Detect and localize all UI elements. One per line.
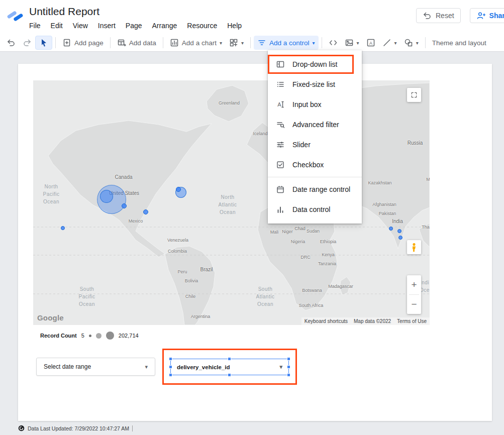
add-page-button[interactable]: Add page bbox=[59, 36, 107, 50]
chevron-down-icon: ▾ bbox=[279, 364, 282, 370]
add-control-label: Add a control bbox=[269, 39, 310, 47]
insert-text-button[interactable]: A bbox=[363, 36, 379, 50]
zoom-out-button[interactable]: − bbox=[407, 295, 421, 314]
country-label: Sudan bbox=[307, 229, 320, 234]
fullscreen-icon bbox=[411, 91, 418, 98]
theme-layout-label: Theme and layout bbox=[432, 39, 486, 47]
country-label: Kazakhstan bbox=[368, 180, 391, 185]
data-studio-logo[interactable] bbox=[7, 8, 23, 26]
fixed-size-list-icon bbox=[276, 80, 285, 89]
country-label: Peru bbox=[177, 269, 187, 274]
chevron-down-icon: ▾ bbox=[145, 364, 148, 370]
insert-image-button[interactable]: ▾ bbox=[341, 36, 363, 50]
terms-of-use-link[interactable]: Terms of Use bbox=[394, 318, 430, 324]
menu-item-fixed-size-list[interactable]: Fixed-size list bbox=[268, 74, 362, 94]
add-control-menu: Drop-down listFixed-size listAInput boxA… bbox=[268, 50, 362, 224]
geo-map-chart[interactable]: North Pacific OceanNorth Atlantic OceanS… bbox=[33, 80, 430, 325]
menu-item-advanced-filter[interactable]: Advanced filter bbox=[268, 115, 362, 135]
vehicle-dropdown-control[interactable]: delivery_vehicle_id ▾ bbox=[170, 359, 289, 375]
zoom-in-button[interactable]: + bbox=[407, 275, 421, 294]
control-menu-group1: Drop-down listFixed-size listAInput boxA… bbox=[268, 54, 362, 175]
insert-line-button[interactable]: ▾ bbox=[379, 36, 400, 50]
selection-handle[interactable] bbox=[287, 365, 290, 369]
ocean-label: South Pacific Ocean bbox=[79, 285, 95, 308]
add-data-label: Add data bbox=[129, 39, 156, 47]
map-bubble bbox=[143, 209, 148, 214]
checkbox-icon bbox=[276, 160, 285, 169]
selection-handle[interactable] bbox=[169, 365, 172, 369]
menu-item-slider[interactable]: Slider bbox=[268, 135, 362, 155]
country-label: Chile bbox=[185, 294, 196, 299]
fullscreen-button[interactable] bbox=[407, 88, 421, 102]
menu-item-drop-down-list[interactable]: Drop-down list bbox=[268, 54, 362, 74]
legend-bubble-small bbox=[89, 335, 91, 337]
data-control-icon bbox=[276, 205, 285, 214]
undo-button[interactable] bbox=[3, 36, 19, 50]
menu-arrange[interactable]: Arrange bbox=[147, 20, 182, 31]
country-label: M bbox=[426, 177, 430, 182]
toolbar-divider bbox=[55, 37, 56, 48]
legend-bubble-large bbox=[106, 332, 114, 340]
country-label: Ethiopia bbox=[320, 239, 337, 244]
add-control-button[interactable]: Add a control ▾ bbox=[254, 36, 319, 50]
add-chart-button[interactable]: Add a chart ▾ bbox=[166, 36, 226, 50]
menu-help[interactable]: Help bbox=[222, 20, 247, 31]
date-range-control[interactable]: Select date range ▾ bbox=[36, 358, 155, 376]
map-bubble bbox=[389, 227, 393, 231]
keyboard-shortcuts-link[interactable]: Keyboard shortcuts bbox=[301, 318, 351, 324]
chevron-down-icon: ▾ bbox=[357, 40, 359, 46]
ocean-label: Indi Oce bbox=[420, 279, 430, 294]
theme-layout-button[interactable]: Theme and layout bbox=[429, 36, 490, 50]
toolbar-divider bbox=[250, 37, 251, 48]
chevron-down-icon: ▾ bbox=[394, 40, 397, 46]
looker-studio-app: Untitled Report FileEditViewInsertPageAr… bbox=[0, 0, 504, 435]
menu-item-date-range-control[interactable]: Date range control bbox=[268, 179, 362, 199]
menu-page[interactable]: Page bbox=[121, 20, 147, 31]
svg-text:A: A bbox=[369, 41, 372, 46]
report-canvas[interactable]: North Pacific OceanNorth Atlantic OceanS… bbox=[18, 64, 492, 421]
map-bubble bbox=[100, 190, 113, 203]
add-page-label: Add page bbox=[74, 39, 104, 47]
share-button[interactable]: Share bbox=[470, 8, 504, 23]
reset-button[interactable]: Reset bbox=[416, 8, 461, 23]
menu-insert[interactable]: Insert bbox=[93, 20, 121, 31]
selection-handle[interactable] bbox=[287, 357, 290, 361]
status-divider bbox=[132, 425, 133, 431]
menu-item-checkbox[interactable]: Checkbox bbox=[268, 155, 362, 175]
header-actions: Reset Share bbox=[416, 8, 504, 23]
redo-icon bbox=[23, 38, 32, 47]
embed-button[interactable] bbox=[325, 36, 341, 50]
country-label: Chad bbox=[294, 226, 306, 231]
country-label: Canada bbox=[115, 174, 132, 180]
menu-edit[interactable]: Edit bbox=[46, 20, 68, 31]
menu-item-label: Fixed-size list bbox=[292, 80, 335, 88]
status-bar: Data Last Updated: 7/29/2022 10:47:27 AM bbox=[18, 425, 133, 431]
undo-icon bbox=[7, 38, 16, 47]
chevron-down-icon: ▾ bbox=[241, 40, 244, 46]
chevron-down-icon: ▾ bbox=[220, 40, 222, 46]
menu-view[interactable]: View bbox=[68, 20, 93, 31]
widgets-icon bbox=[229, 38, 238, 47]
report-title[interactable]: Untitled Report bbox=[29, 6, 99, 18]
selection-handle[interactable] bbox=[287, 373, 290, 377]
menu-item-input-box[interactable]: AInput box bbox=[268, 94, 362, 115]
text-icon: A bbox=[366, 38, 375, 47]
select-tool-button[interactable] bbox=[35, 36, 52, 50]
menu-item-data-control[interactable]: Data control bbox=[268, 199, 362, 220]
toolbar-divider bbox=[163, 37, 163, 48]
pegman-button[interactable] bbox=[407, 240, 421, 254]
legend-max-value: 202,714 bbox=[119, 333, 139, 339]
redo-button[interactable] bbox=[19, 36, 35, 50]
selection-handle[interactable] bbox=[169, 357, 172, 361]
last-updated-text: Data Last Updated: 7/29/2022 10:47:27 AM bbox=[28, 425, 129, 431]
menu-resource[interactable]: Resource bbox=[182, 20, 222, 31]
community-visualizations-button[interactable]: ▾ bbox=[226, 36, 247, 50]
menu-file[interactable]: File bbox=[24, 20, 46, 31]
add-data-button[interactable]: Add data bbox=[114, 36, 160, 50]
menubar: FileEditViewInsertPageArrangeResourceHel… bbox=[24, 20, 247, 31]
selection-handle[interactable] bbox=[169, 373, 172, 377]
insert-shape-button[interactable]: ▾ bbox=[400, 36, 422, 50]
ocean-label: North Atlantic Ocean bbox=[219, 193, 237, 216]
selection-handle[interactable] bbox=[228, 357, 231, 361]
selection-handle[interactable] bbox=[228, 373, 231, 377]
